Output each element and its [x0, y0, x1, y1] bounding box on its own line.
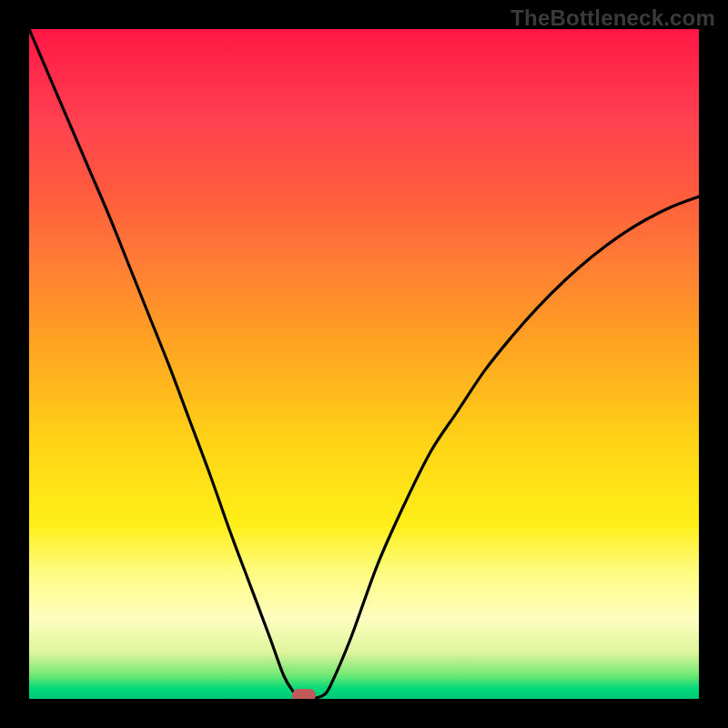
watermark-text: TheBottleneck.com — [511, 5, 715, 31]
plot-area — [29, 29, 699, 699]
bottleneck-curve — [29, 29, 699, 698]
optimal-point-marker — [292, 689, 316, 699]
chart-frame: TheBottleneck.com — [0, 0, 728, 728]
curve-svg — [29, 29, 699, 699]
